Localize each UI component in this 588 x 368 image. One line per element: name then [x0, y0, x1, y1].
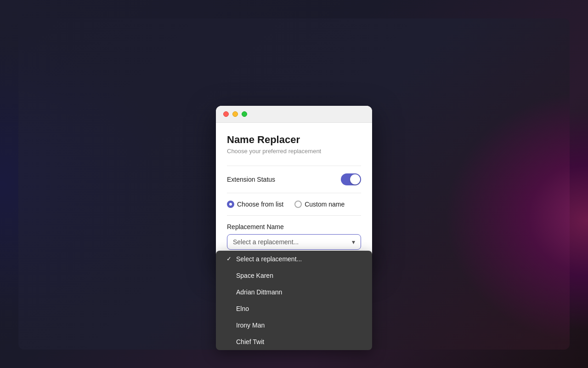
radio-group: Choose from list Custom name — [227, 201, 361, 208]
app-subtitle: Choose your preferred replacement — [227, 148, 361, 155]
check-icon-0: ✓ — [225, 255, 232, 262]
app-title: Name Replacer — [227, 134, 361, 146]
extension-label: Extension Status — [227, 176, 275, 183]
maximize-button[interactable] — [242, 111, 247, 117]
dropdown-item-label-0: Select a replacement... — [236, 255, 302, 263]
dropdown-item-3[interactable]: Elno — [216, 300, 372, 317]
window-content: Name Replacer Choose your preferred repl… — [216, 123, 372, 263]
close-button[interactable] — [223, 111, 229, 117]
dropdown-item-0[interactable]: ✓ Select a replacement... — [216, 251, 372, 267]
replacement-select[interactable]: Select a replacement... ▾ — [227, 234, 361, 250]
divider-3 — [227, 215, 361, 216]
app-window: Name Replacer Choose your preferred repl… — [216, 106, 372, 263]
dropdown-item-label-2: Adrian Dittmann — [236, 288, 282, 296]
radio-circle-custom — [294, 201, 302, 208]
divider-1 — [227, 166, 361, 166]
radio-option-custom[interactable]: Custom name — [294, 201, 345, 208]
dropdown-menu[interactable]: ✓ Select a replacement... Space Karen Ad… — [216, 251, 372, 350]
divider-2 — [227, 193, 361, 193]
dropdown-item-label-3: Elno — [236, 305, 249, 312]
dropdown-item-1[interactable]: Space Karen — [216, 267, 372, 284]
radio-circle-list — [227, 201, 234, 208]
dropdown-item-2[interactable]: Adrian Dittmann — [216, 284, 372, 300]
dropdown-item-5[interactable]: Chief Twit — [216, 334, 372, 350]
extension-toggle[interactable] — [341, 173, 361, 185]
dropdown-item-label-4: Irony Man — [236, 322, 265, 329]
chevron-down-icon: ▾ — [352, 238, 355, 246]
dropdown-item-4[interactable]: Irony Man — [216, 317, 372, 334]
radio-label-custom: Custom name — [305, 201, 345, 208]
select-placeholder: Select a replacement... — [233, 238, 299, 246]
replacement-section: Replacement Name Select a replacement...… — [227, 223, 361, 250]
extension-row: Extension Status — [227, 173, 361, 185]
titlebar — [216, 106, 372, 123]
dropdown-item-label-5: Chief Twit — [236, 338, 264, 345]
radio-label-list: Choose from list — [237, 201, 283, 208]
dropdown-item-label-1: Space Karen — [236, 272, 273, 279]
toggle-knob — [350, 174, 360, 184]
replacement-label: Replacement Name — [227, 223, 361, 230]
minimize-button[interactable] — [232, 111, 238, 117]
radio-option-list[interactable]: Choose from list — [227, 201, 283, 208]
